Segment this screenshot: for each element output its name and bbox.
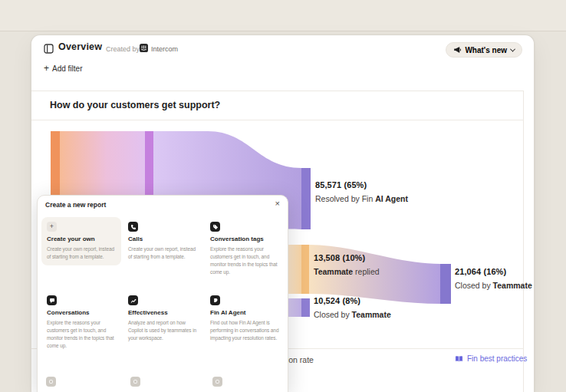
sankey-label-closed-small: 10,524 (8%) Closed by Teammate xyxy=(314,297,391,319)
template-card-fin-ai-agent[interactable]: Fin AI Agent Find out how Fin AI Agent i… xyxy=(205,291,285,347)
template-card-title: Conversation tags xyxy=(210,236,279,242)
template-card-desc: Find out how Fin AI Agent is performing … xyxy=(210,319,279,342)
sankey-value: 21,064 (16%) xyxy=(455,268,532,276)
template-row-icon[interactable] xyxy=(46,377,56,387)
chevron-down-icon xyxy=(510,46,515,51)
whats-new-button[interactable]: What's new xyxy=(446,42,522,58)
page-title: Overview xyxy=(58,41,102,52)
sankey-value: 10,524 (8%) xyxy=(314,297,391,305)
window-header: Overview Created by Intercom What's new xyxy=(31,35,535,63)
sankey-sublabel: Closed by Teammate xyxy=(455,282,532,290)
report-question-title: How do your customers get support? xyxy=(50,100,220,110)
whats-new-label: What's new xyxy=(465,46,507,54)
sankey-sublabel: Teammate replied xyxy=(314,268,380,276)
template-glyph-icon xyxy=(133,380,137,384)
node-closed-by-teammate xyxy=(440,264,451,304)
template-card-conversation-tags[interactable]: Conversation tags Explore the reasons yo… xyxy=(205,217,285,281)
template-card-title: Calls xyxy=(128,236,197,242)
sankey-value: 13,508 (10%) xyxy=(314,254,380,262)
template-row-icon[interactable] xyxy=(130,377,140,387)
chat-bubble-icon xyxy=(47,295,57,305)
template-card-title: Conversations xyxy=(47,309,116,316)
megaphone-icon xyxy=(453,46,461,54)
template-card-title: Fin AI Agent xyxy=(210,309,279,316)
sankey-label-closed-by-teammate: 21,064 (16%) Closed by Teammate xyxy=(455,268,532,290)
sankey-value: 85,571 (65%) xyxy=(315,181,408,189)
line-chart-icon xyxy=(128,295,138,305)
phone-icon xyxy=(128,222,138,232)
fin-logo-icon xyxy=(210,295,220,305)
template-card-desc: Explore the reasons your customers get i… xyxy=(210,245,279,276)
template-card-title: Effectiveness xyxy=(128,309,197,316)
template-card-create-your-own[interactable]: + Create your own Create your own report… xyxy=(41,217,121,265)
close-icon: × xyxy=(275,199,280,208)
flow-to-closed-small xyxy=(286,298,301,317)
template-card-conversations[interactable]: Conversations Explore the reasons your c… xyxy=(41,291,121,354)
fin-best-practices-link[interactable]: Fin best practices xyxy=(455,354,527,363)
add-filter-label: Add filter xyxy=(52,64,82,73)
creator-name: Intercom xyxy=(151,45,178,53)
template-card-calls[interactable]: Calls Create your own report, instead of… xyxy=(123,217,202,265)
app-window: Overview Created by Intercom What's new … xyxy=(31,35,535,392)
template-card-desc: Create your own report, instead of start… xyxy=(128,245,197,261)
tag-icon xyxy=(210,222,220,232)
template-glyph-icon xyxy=(216,380,219,384)
clipped-section-title: tion rate xyxy=(285,355,314,364)
sankey-label-teammate-replied: 13,508 (10%) Teammate replied xyxy=(314,254,380,276)
created-by-label: Created by xyxy=(106,45,140,53)
node-teammate-replied xyxy=(301,245,309,294)
template-glyph-icon xyxy=(49,380,53,384)
intercom-icon xyxy=(140,44,148,52)
template-card-desc: Create your own report, instead of start… xyxy=(47,245,116,261)
sankey-sublabel: Resolved by Fin AI Agent xyxy=(315,195,408,203)
template-card-title: Create your own xyxy=(47,236,116,242)
template-card-desc: Explore the reasons your customers get i… xyxy=(47,319,116,350)
desktop-background-strip xyxy=(0,0,566,31)
book-icon xyxy=(455,355,463,363)
node-fin-resolved xyxy=(301,168,311,229)
modal-close-button[interactable]: × xyxy=(274,198,281,209)
template-card-effectiveness[interactable]: Effectiveness Analyze and report on how … xyxy=(123,291,202,347)
template-row-icon[interactable] xyxy=(212,377,222,387)
modal-title: Create a new report xyxy=(45,201,106,209)
plus-icon: + xyxy=(44,64,49,73)
report-icon[interactable] xyxy=(44,44,54,54)
add-filter-button[interactable]: + Add filter xyxy=(44,61,82,75)
flow-to-teammate-replied xyxy=(286,245,301,294)
node-closed-small xyxy=(301,298,310,317)
sankey-sublabel: Closed by Teammate xyxy=(314,311,391,319)
create-report-modal: Create a new report × + Create your own … xyxy=(37,195,288,392)
fin-best-practices-label: Fin best practices xyxy=(467,354,527,363)
plus-icon: + xyxy=(47,222,57,232)
template-card-desc: Analyze and report on how Copilot is use… xyxy=(128,319,197,342)
sankey-label-fin-resolved: 85,571 (65%) Resolved by Fin AI Agent xyxy=(315,181,408,203)
